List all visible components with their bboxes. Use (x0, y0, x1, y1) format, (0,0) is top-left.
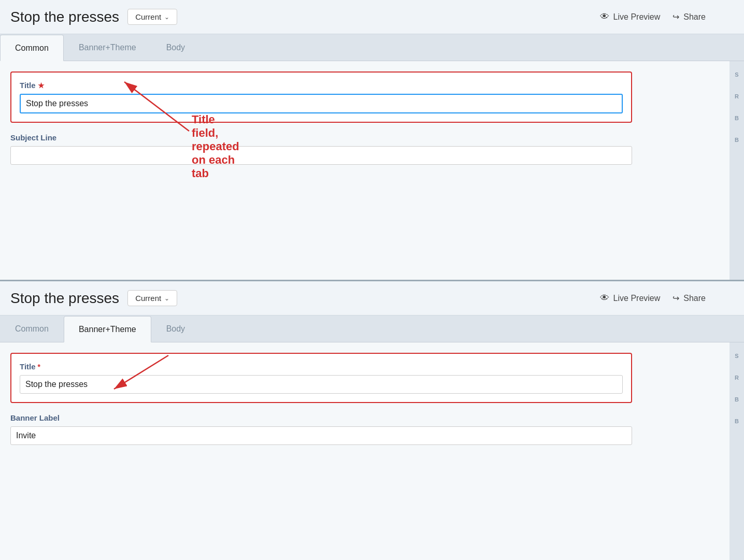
tab-body-bottom[interactable]: Body (151, 315, 200, 342)
header-actions-top: 👁 Live Preview ↪ Share (600, 11, 734, 22)
tab-banner-theme-top[interactable]: Banner+Theme (64, 34, 151, 61)
content-area-bottom: Title * Banner Label (0, 342, 744, 560)
top-header: Stop the presses Current ⌄ 👁 Live Previe… (0, 0, 744, 34)
tab-common-top[interactable]: Common (0, 35, 64, 61)
content-area-top: Title ★ Subject Line (0, 61, 744, 280)
right-sidebar-top: S R B B (729, 61, 744, 280)
version-dropdown-top[interactable]: Current ⌄ (127, 9, 177, 25)
share-label-bottom: Share (683, 294, 706, 303)
eye-icon-top: 👁 (600, 11, 609, 22)
version-dropdown-bottom[interactable]: Current ⌄ (127, 290, 177, 306)
live-preview-button-top[interactable]: 👁 Live Preview (600, 11, 661, 22)
version-label-bottom: Current (135, 294, 161, 303)
sidebar-item-b2-bottom: B (735, 418, 739, 424)
sidebar-item-r-top: R (735, 93, 739, 99)
title-section-bottom: Title * (10, 353, 632, 403)
sidebar-item-b1-top: B (735, 115, 739, 121)
banner-section-bottom: Banner Label (10, 413, 632, 445)
sidebar-item-s-bottom: S (735, 353, 738, 359)
bottom-header: Stop the presses Current ⌄ 👁 Live Previe… (0, 281, 744, 315)
share-icon-top: ↪ (673, 12, 679, 22)
banner-label-bottom: Banner Label (10, 413, 632, 422)
live-preview-label-bottom: Live Preview (613, 294, 661, 303)
chevron-down-icon-top: ⌄ (164, 13, 169, 21)
sidebar-item-b2-top: B (735, 137, 739, 143)
title-input-top[interactable] (20, 94, 623, 113)
share-button-top[interactable]: ↪ Share (673, 12, 706, 22)
version-label-top: Current (135, 12, 161, 21)
right-sidebar-bottom: S R B B (729, 342, 744, 560)
tab-body-top[interactable]: Body (151, 34, 200, 61)
page-title-bottom: Stop the presses (10, 290, 119, 307)
live-preview-label-top: Live Preview (613, 12, 661, 22)
subject-input-top[interactable] (10, 146, 632, 165)
share-icon-bottom: ↪ (673, 293, 679, 303)
required-star-bottom: * (38, 363, 40, 371)
sidebar-item-s-top: S (735, 71, 738, 78)
required-star-top: ★ (38, 81, 45, 90)
title-label-bottom: Title * (20, 362, 623, 371)
title-label-top: Title ★ (20, 81, 623, 90)
title-input-bottom[interactable] (20, 375, 623, 394)
subject-label-top: Subject Line (10, 133, 632, 142)
sidebar-item-b1-bottom: B (735, 396, 739, 403)
tab-common-bottom[interactable]: Common (0, 315, 64, 342)
banner-input-bottom[interactable] (10, 426, 632, 445)
live-preview-button-bottom[interactable]: 👁 Live Preview (600, 293, 661, 304)
page-title-top: Stop the presses (10, 9, 119, 25)
title-section-top: Title ★ (10, 71, 632, 123)
header-actions-bottom: 👁 Live Preview ↪ Share (600, 293, 734, 304)
subject-section-top: Subject Line (10, 133, 632, 165)
sidebar-item-r-bottom: R (735, 375, 739, 381)
tabs-bar-bottom: Common Banner+Theme Body (0, 315, 744, 342)
tabs-bar-top: Common Banner+Theme Body (0, 34, 744, 61)
chevron-down-icon-bottom: ⌄ (164, 295, 169, 302)
eye-icon-bottom: 👁 (600, 293, 609, 304)
share-button-bottom[interactable]: ↪ Share (673, 293, 706, 303)
tab-banner-theme-bottom[interactable]: Banner+Theme (64, 316, 151, 342)
share-label-top: Share (683, 12, 706, 22)
